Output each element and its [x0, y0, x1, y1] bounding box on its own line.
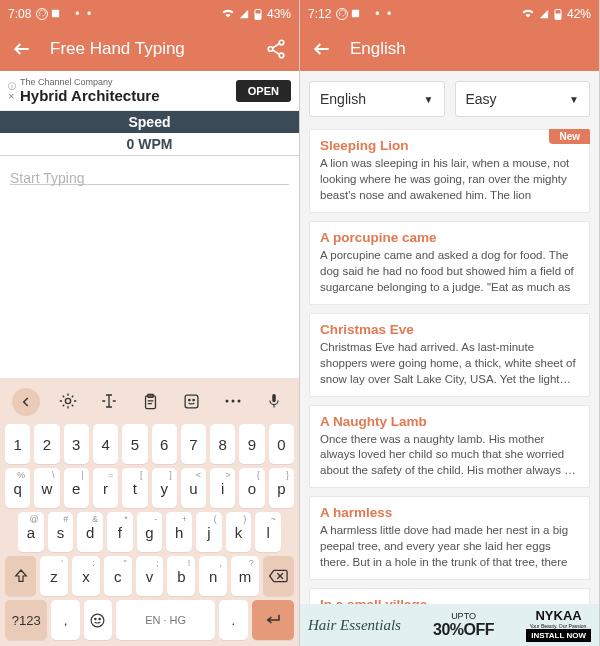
- key-v[interactable]: v;: [136, 556, 164, 596]
- svg-rect-3: [255, 14, 260, 19]
- key-y[interactable]: y]: [152, 468, 177, 508]
- share-button[interactable]: [265, 38, 287, 60]
- ad-banner[interactable]: ⓘ✕ The Channel Company Hybrid Architectu…: [0, 71, 299, 111]
- kb-collapse-button[interactable]: [12, 388, 40, 416]
- typing-input[interactable]: Start Typing: [0, 156, 299, 378]
- kb-mic-button[interactable]: [261, 388, 287, 414]
- new-badge: New: [549, 129, 590, 144]
- key-4[interactable]: 4: [93, 424, 118, 464]
- key-k[interactable]: k): [226, 512, 252, 552]
- story-title: Christmas Eve: [320, 322, 579, 337]
- key-shift[interactable]: [5, 556, 36, 596]
- caret-down-icon: ▼: [569, 94, 579, 105]
- language-value: English: [320, 91, 366, 107]
- key-l[interactable]: l~: [255, 512, 281, 552]
- language-select[interactable]: English ▼: [309, 81, 445, 117]
- key-s[interactable]: s#: [48, 512, 74, 552]
- story-item[interactable]: In a small villageIn a small village, th…: [309, 588, 590, 604]
- arrow-left-icon: [312, 39, 332, 59]
- key-n[interactable]: n,: [199, 556, 227, 596]
- backspace-icon: [268, 569, 288, 583]
- level-select[interactable]: Easy ▼: [455, 81, 591, 117]
- story-item[interactable]: A Naughty LambOnce there was a naughty l…: [309, 405, 590, 489]
- key-6[interactable]: 6: [152, 424, 177, 464]
- key-u[interactable]: u<: [181, 468, 206, 508]
- ad-brand: Hair Essentials: [308, 617, 401, 634]
- gear-icon: [59, 392, 77, 410]
- back-button[interactable]: [12, 39, 32, 59]
- key-b[interactable]: b!: [167, 556, 195, 596]
- svg-rect-23: [555, 14, 560, 19]
- kb-more-button[interactable]: [220, 388, 246, 414]
- key-g[interactable]: g-: [137, 512, 163, 552]
- ad-bottom-banner[interactable]: Hair Essentials UPTO 30%OFF NYKAAYour Be…: [300, 604, 599, 646]
- status-battery: 43%: [267, 7, 291, 21]
- key-e[interactable]: e|: [64, 468, 89, 508]
- svg-rect-21: [352, 10, 359, 17]
- key-c[interactable]: c": [104, 556, 132, 596]
- key-x[interactable]: x:: [72, 556, 100, 596]
- ad-title: Hybrid Architecture: [20, 87, 236, 104]
- status-time: 7:12: [308, 7, 331, 21]
- key-d[interactable]: d&: [77, 512, 103, 552]
- key-o[interactable]: o{: [239, 468, 264, 508]
- key-symbols[interactable]: ?123: [5, 600, 47, 640]
- key-7[interactable]: 7: [181, 424, 206, 464]
- signal-icon: [539, 9, 549, 19]
- key-backspace[interactable]: [263, 556, 294, 596]
- square-icon: [350, 8, 361, 19]
- key-i[interactable]: i>: [210, 468, 235, 508]
- battery-icon: [554, 8, 562, 20]
- svg-rect-16: [272, 394, 276, 402]
- app-bar: Free Hand Typing: [0, 27, 299, 71]
- battery-icon: [254, 8, 262, 20]
- key-emoji[interactable]: [84, 600, 112, 640]
- story-list[interactable]: NewSleeping LionA lion was sleeping in h…: [300, 121, 599, 604]
- key-w[interactable]: w\: [34, 468, 59, 508]
- kb-textselect-button[interactable]: [96, 388, 122, 414]
- kb-sticker-button[interactable]: [179, 388, 205, 414]
- ad-install-button[interactable]: INSTALL NOW: [526, 629, 591, 642]
- ad-open-button[interactable]: OPEN: [236, 80, 291, 102]
- key-r[interactable]: r=: [93, 468, 118, 508]
- key-5[interactable]: 5: [122, 424, 147, 464]
- key-1[interactable]: 1: [5, 424, 30, 464]
- story-item[interactable]: A porcupine cameA porcupine came and ask…: [309, 221, 590, 305]
- svg-rect-10: [185, 395, 198, 408]
- ad-choices-icon[interactable]: ⓘ✕: [8, 81, 16, 101]
- svg-rect-1: [52, 10, 59, 17]
- key-enter[interactable]: [252, 600, 294, 640]
- key-3[interactable]: 3: [64, 424, 89, 464]
- svg-point-7: [66, 398, 71, 403]
- svg-point-19: [99, 618, 100, 619]
- square-icon: [50, 8, 61, 19]
- key-8[interactable]: 8: [210, 424, 235, 464]
- key-space[interactable]: EN · HG: [116, 600, 215, 640]
- key-q[interactable]: q%: [5, 468, 30, 508]
- story-item[interactable]: A harmlessA harmless little dove had mad…: [309, 496, 590, 580]
- kb-clipboard-button[interactable]: [137, 388, 163, 414]
- key-f[interactable]: f*: [107, 512, 133, 552]
- key-comma[interactable]: ,: [51, 600, 79, 640]
- page-title: English: [350, 39, 587, 59]
- key-h[interactable]: h+: [166, 512, 192, 552]
- phone-story-list: 7:12 • • 42% English English ▼ Easy: [300, 0, 600, 646]
- dots-icon: [224, 398, 242, 404]
- key-period[interactable]: .: [219, 600, 247, 640]
- key-j[interactable]: j(: [196, 512, 222, 552]
- key-a[interactable]: a@: [18, 512, 44, 552]
- level-value: Easy: [466, 91, 497, 107]
- key-m[interactable]: m?: [231, 556, 259, 596]
- kb-settings-button[interactable]: [55, 388, 81, 414]
- key-z[interactable]: z': [40, 556, 68, 596]
- back-button[interactable]: [312, 39, 332, 59]
- key-p[interactable]: p}: [269, 468, 294, 508]
- wifi-icon: [222, 9, 234, 19]
- key-9[interactable]: 9: [239, 424, 264, 464]
- story-item[interactable]: Christmas EveChristmas Eve had arrived. …: [309, 313, 590, 397]
- status-time: 7:08: [8, 7, 31, 21]
- key-t[interactable]: t[: [122, 468, 147, 508]
- key-2[interactable]: 2: [34, 424, 59, 464]
- story-item[interactable]: NewSleeping LionA lion was sleeping in h…: [309, 129, 590, 213]
- key-0[interactable]: 0: [269, 424, 294, 464]
